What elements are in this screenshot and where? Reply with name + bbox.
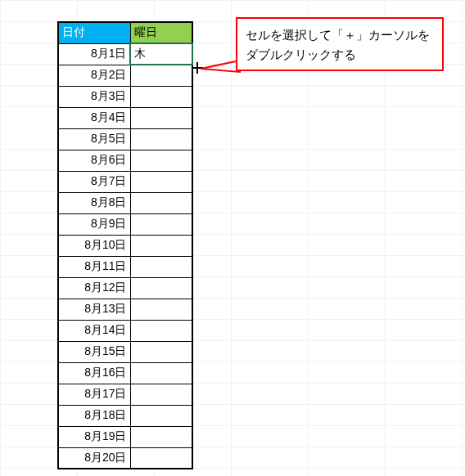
cell-day[interactable] [130,299,192,320]
table-row: 8月10日 [58,235,192,256]
cell-day[interactable] [130,192,192,213]
cell-day[interactable] [130,171,192,192]
cell-day[interactable] [130,65,192,86]
table-row: 8月3日 [58,86,192,107]
callout-line1: セルを選択して「＋」カーソルを [246,25,434,45]
table-body: 8月1日 木 8月2日 8月3日 8月4日 8月5日 8月6日 8月7日 8月8 [58,43,192,469]
table-row: 8月5日 [58,128,192,150]
cell-day[interactable] [130,86,192,107]
cell-date[interactable]: 8月4日 [58,107,130,128]
header-day[interactable]: 曜日 [130,22,192,43]
cell-day[interactable] [130,235,192,256]
cell-date[interactable]: 8月13日 [58,299,130,320]
table-row: 8月14日 [58,320,192,341]
cell-day[interactable] [130,128,192,150]
cell-date[interactable]: 8月7日 [58,171,130,192]
cell-date[interactable]: 8月6日 [58,150,130,171]
cell-day[interactable] [130,256,192,277]
cell-date[interactable]: 8月10日 [58,235,130,256]
table-row: 8月4日 [58,107,192,128]
cell-day[interactable] [130,277,192,299]
callout-tail-icon [201,61,240,77]
cell-date[interactable]: 8月5日 [58,128,130,150]
cell-day[interactable] [130,341,192,362]
table-row: 8月7日 [58,171,192,192]
table-row: 8月8日 [58,192,192,213]
cell-day[interactable] [130,213,192,235]
cell-date[interactable]: 8月3日 [58,86,130,107]
cell-date[interactable]: 8月9日 [58,213,130,235]
table-row: 8月15日 [58,341,192,362]
cell-date[interactable]: 8月19日 [58,426,130,447]
cell-date[interactable]: 8月8日 [58,192,130,213]
cell-date[interactable]: 8月15日 [58,341,130,362]
cell-day[interactable] [130,405,192,426]
callout-line2: ダブルクリックする [246,45,434,65]
cell-day[interactable] [130,107,192,128]
table-row: 8月19日 [58,426,192,447]
table-header-row: 日付 曜日 [58,22,192,43]
table-row: 8月12日 [58,277,192,299]
date-table[interactable]: 日付 曜日 8月1日 木 8月2日 8月3日 8月4日 8月5日 8月6日 [57,21,193,469]
table-row: 8月20日 [58,447,192,469]
table-row: 8月18日 [58,405,192,426]
cell-date[interactable]: 8月16日 [58,362,130,384]
instruction-callout: セルを選択して「＋」カーソルを ダブルクリックする [236,17,444,71]
cell-date[interactable]: 8月12日 [58,277,130,299]
cell-date[interactable]: 8月20日 [58,447,130,469]
cell-date[interactable]: 8月2日 [58,65,130,86]
table-row: 8月11日 [58,256,192,277]
table-row: 8月17日 [58,384,192,405]
cell-day[interactable] [130,320,192,341]
table-row: 8月2日 [58,65,192,86]
cell-day[interactable] [130,384,192,405]
svg-marker-0 [201,61,240,72]
cell-date[interactable]: 8月14日 [58,320,130,341]
cell-date[interactable]: 8月18日 [58,405,130,426]
table-row: 8月1日 木 [58,43,192,65]
cell-day[interactable] [130,426,192,447]
header-date[interactable]: 日付 [58,22,130,43]
cell-date[interactable]: 8月1日 [58,43,130,65]
cell-day-selected[interactable]: 木 [130,43,192,65]
cell-date[interactable]: 8月11日 [58,256,130,277]
cell-date[interactable]: 8月17日 [58,384,130,405]
cell-day[interactable] [130,447,192,469]
table-row: 8月13日 [58,299,192,320]
cell-day[interactable] [130,362,192,384]
table-row: 8月9日 [58,213,192,235]
table-row: 8月16日 [58,362,192,384]
table-row: 8月6日 [58,150,192,171]
cell-day[interactable] [130,150,192,171]
